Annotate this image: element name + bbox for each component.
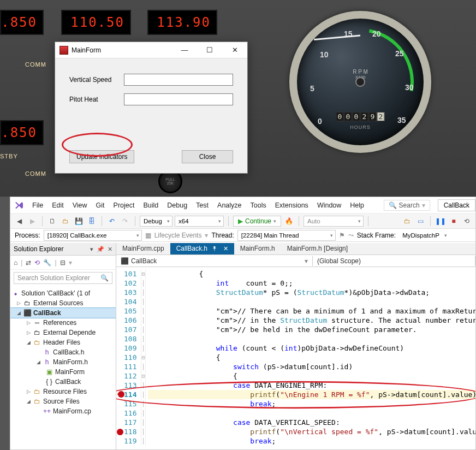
pause-icon[interactable]: ❚❚ (435, 216, 446, 227)
close-panel-icon[interactable]: ✕ (108, 246, 112, 253)
pin-icon[interactable]: 📌 (97, 246, 104, 253)
line-number: 108 (124, 334, 136, 344)
menu-edit[interactable]: Edit (47, 197, 68, 214)
forward-button[interactable]: ▶ (27, 216, 38, 227)
auto-combo[interactable]: Auto (304, 216, 364, 227)
rpm-gauge: 0 5 10 15 20 25 30 35 R P M X100 0 0 0 2… (289, 11, 431, 153)
dropdown-icon[interactable]: ▾ (90, 246, 93, 253)
comm-label-1: COMM (25, 61, 46, 68)
namespace-icon: { } (45, 378, 53, 386)
menu-debug[interactable]: Debug (163, 197, 192, 214)
stack-frame-combo[interactable]: MyDispatchP (399, 230, 449, 241)
tab-callback-h[interactable]: CallBack.h 🖈 ✕ (170, 243, 234, 254)
redo-icon[interactable]: ↷ (120, 216, 130, 227)
menu-analyze[interactable]: Analyze (213, 197, 246, 214)
vertical-speed-input[interactable] (124, 74, 233, 86)
close-form-button[interactable]: Close (182, 150, 233, 163)
code-line[interactable]: break; (148, 436, 475, 446)
cpp-file-icon: ++ (43, 407, 51, 415)
home-icon[interactable]: ⌂ (14, 259, 17, 267)
code-line[interactable]: { (148, 371, 475, 381)
tab-mainform-h[interactable]: MainForm.h (234, 243, 281, 254)
hot-reload-icon[interactable]: 🔥 (283, 216, 294, 227)
pitot-heat-input[interactable] (124, 93, 233, 105)
code-line[interactable]: switch (pS->datum[count].id) (148, 362, 475, 371)
code-line[interactable]: { (148, 269, 475, 279)
code-line[interactable]: printf("\nVertical speed = %f", pS->datu… (148, 427, 475, 436)
tab-mainform-cpp[interactable]: MainForm.cpp (116, 243, 170, 254)
line-number: 103 (124, 288, 136, 297)
titlebar[interactable]: MainForm — ☐ ✕ (55, 42, 247, 58)
search-box[interactable]: 🔍 Search ▾ (384, 200, 430, 211)
back-button[interactable]: ◀ (14, 216, 25, 227)
menu-extensions[interactable]: Extensions (271, 197, 313, 214)
menu-help[interactable]: Help (346, 197, 368, 214)
line-number: 118 (124, 427, 136, 436)
menu-project[interactable]: Project (109, 197, 139, 214)
close-tab-icon[interactable]: ✕ (223, 245, 228, 252)
close-button[interactable]: ✕ (222, 42, 247, 58)
save-all-icon[interactable]: 🗄 (86, 216, 97, 227)
stop-icon[interactable]: ■ (448, 216, 459, 227)
process-combo[interactable]: [18920] CallBack.exe (44, 230, 142, 241)
line-number: 105 (124, 306, 136, 316)
header-file-icon: h (43, 348, 51, 356)
code-line[interactable]: case DATA_ENGINE1_RPM: (148, 381, 475, 390)
breakpoint-icon[interactable] (117, 429, 123, 435)
nav-scope[interactable]: (Global Scope) (313, 256, 475, 266)
tab-mainform-design[interactable]: MainForm.h [Design] (281, 243, 354, 254)
code-line[interactable] (148, 334, 475, 344)
menu-test[interactable]: Test (192, 197, 213, 214)
code-line[interactable]: StructDatum* pS = (StructDatum*)&pObjDat… (148, 288, 475, 297)
breakpoint-icon[interactable] (118, 391, 124, 398)
switch-views-icon[interactable]: ⇄ (26, 259, 31, 267)
menu-window[interactable]: Window (313, 197, 346, 214)
pin-tab-icon[interactable]: 🖈 (211, 245, 218, 252)
stack-frame-label: Stack Frame: (357, 232, 396, 239)
update-indicators-button[interactable]: Update indicators (69, 150, 134, 163)
menu-view[interactable]: View (68, 197, 92, 214)
play-icon: ▶ (238, 217, 243, 225)
code-line[interactable]: "cm">// in the StructDatum structure. Th… (148, 316, 475, 325)
code-line[interactable]: { (148, 353, 475, 362)
open-icon[interactable]: 🗀 (60, 216, 71, 227)
line-number: 109 (124, 344, 136, 353)
solution-tree[interactable]: ⬥ Solution 'CallBack' (1 of ▷ 🗀 External… (10, 286, 116, 418)
undo-icon[interactable]: ↶ (106, 216, 117, 227)
code-line[interactable]: printf("\nEngine 1 RPM = %f", pS->datum[… (148, 390, 475, 399)
solution-search[interactable]: Search Solution Explorer 🔍 (14, 272, 112, 284)
collapse-icon[interactable]: ⊟ (60, 259, 66, 267)
toolbar-icon-1[interactable]: 🗀 (402, 216, 413, 227)
solution-configuration[interactable]: CallBack (438, 199, 475, 211)
restart-icon[interactable]: ⟲ (461, 216, 472, 227)
code-line[interactable]: int count = 0;; (148, 279, 475, 288)
window-title: MainForm (72, 46, 172, 54)
sync-icon[interactable]: ⟲ (34, 259, 40, 267)
toolbar-icon-2[interactable]: ▭ (415, 216, 426, 227)
code-line[interactable]: break; (148, 399, 475, 408)
save-icon[interactable]: 💾 (73, 216, 84, 227)
menu-build[interactable]: Build (139, 197, 163, 214)
continue-button[interactable]: ▶ Continue ▾ (233, 216, 281, 227)
code-line[interactable] (148, 297, 475, 306)
minimize-button[interactable]: — (172, 42, 197, 58)
code-line[interactable]: case DATA_VERTICAL_SPEED: (148, 418, 475, 427)
lifecycle-label[interactable]: Lifecycle Events (154, 232, 202, 239)
menu-tools[interactable]: Tools (246, 197, 271, 214)
code-line[interactable]: "cm">// There can be a minimum of 1 and … (148, 306, 475, 316)
maximize-button[interactable]: ☐ (197, 42, 222, 58)
code-line[interactable]: while (count < (int)pObjData->dwDefineCo… (148, 344, 475, 353)
mainform-window: MainForm — ☐ ✕ Vertical Speed Pitot Heat… (55, 42, 248, 174)
platform-combo[interactable]: x64 (175, 216, 224, 227)
menu-file[interactable]: File (28, 197, 47, 214)
nav-project[interactable]: ⬛ CallBack ▾ (116, 256, 313, 266)
code-line[interactable]: "cm">// be held in the dwDefineCount par… (148, 325, 475, 334)
config-combo[interactable]: Debug (140, 216, 172, 227)
line-number: 114 (124, 390, 136, 399)
code-line[interactable] (148, 408, 475, 418)
wrench-icon[interactable]: 🔧 (43, 259, 51, 267)
new-item-icon[interactable]: 🗋 (47, 216, 58, 227)
thread-combo[interactable]: [22284] Main Thread (237, 230, 336, 241)
project-node-callback[interactable]: ◢ ⬛ CallBack (10, 308, 116, 318)
menu-git[interactable]: Git (92, 197, 109, 214)
